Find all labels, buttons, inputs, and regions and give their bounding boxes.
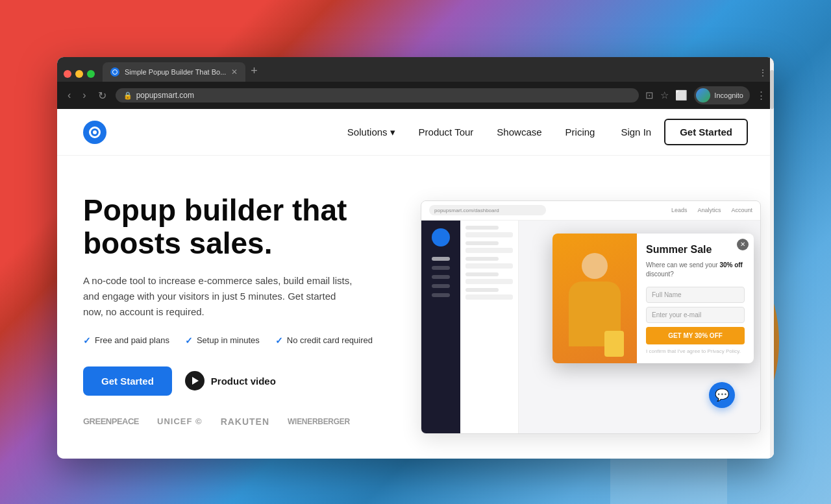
sidebar-item-1 [432,257,450,261]
back-button[interactable]: ‹ [65,88,73,102]
mockup-body: ✕ [421,221,760,433]
tab-close-button[interactable]: ✕ [231,67,238,77]
tab-favicon [110,67,119,77]
popup-body: Summer Sale Where can we send your 30% o… [552,234,754,363]
forward-button[interactable]: › [80,88,88,102]
check-setup: ✓ Setup in minutes [185,335,260,346]
close-traffic-light[interactable] [64,70,71,78]
popup-email-input[interactable]: Enter your e-mail [646,307,745,323]
popup-cta-button[interactable]: GET MY 30% OFF [646,327,745,344]
cast-icon[interactable]: ⊡ [645,90,654,101]
play-icon [185,371,205,390]
profile-button[interactable]: Incognito [694,86,750,104]
mockup-topbar: popupsmart.com/dashboard Leads Analytics… [421,201,760,221]
get-started-nav-button[interactable]: Get Started [664,119,748,145]
toolbar-right: ⊡ ☆ ⬜ Incognito ⋮ [645,86,766,104]
chevron-down-icon: ▾ [390,126,395,138]
minimize-traffic-light[interactable] [75,70,83,78]
popup-content: Summer Sale Where can we send your 30% o… [637,234,754,363]
popup-title: Summer Sale [646,244,745,256]
chat-widget-button[interactable]: 💬 [709,382,735,408]
fullscreen-traffic-light[interactable] [87,70,95,78]
logo-icon [83,121,106,144]
popup-close-button[interactable]: ✕ [737,239,749,250]
unicef-logo: unicef © [157,416,203,426]
mockup-nav: Leads Analytics Account [671,207,752,213]
nav-showcase[interactable]: Showcase [497,126,541,138]
hero-checks: ✓ Free and paid plans ✓ Setup in minutes… [83,335,395,346]
check-free-plans: ✓ Free and paid plans [83,335,169,346]
sidebar-logo [432,228,450,246]
editor-item-2 [465,248,513,253]
check-no-credit: ✓ No credit card required [275,335,373,346]
browser-chrome: Simple Popup Builder That Bo... ✕ + ⋮ ‹ … [57,57,774,109]
hero-image: popupsmart.com/dashboard Leads Analytics… [421,200,748,421]
hero-title: Popup builder that boosts sales. [83,194,395,259]
site-navigation: Solutions ▾ Product Tour Showcase Pricin… [57,109,774,156]
hero-buttons: Get Started Product video [83,366,395,396]
mockup-account: Account [731,207,752,213]
popup-demo: ✕ [552,234,754,363]
url-text: popupsmart.com [136,91,194,100]
hero-section: Popup builder that boosts sales. A no-co… [57,156,774,459]
nav-pricing[interactable]: Pricing [565,126,595,138]
nav-actions: Sign In Get Started [621,119,748,145]
play-triangle [192,377,199,385]
editor-label-3 [465,257,499,261]
browser-tabs: Simple Popup Builder That Bo... ✕ + ⋮ [57,57,774,82]
editor-label-2 [465,241,499,245]
editor-label-5 [465,288,499,292]
sidebar-item-5 [432,293,450,297]
popup-image [552,234,637,363]
extension-icon[interactable]: ⬜ [675,90,688,101]
checkmark-icon-2: ✓ [185,335,193,346]
profile-name: Incognito [714,91,743,99]
new-tab-button[interactable]: + [245,64,263,82]
sidebar-item-2 [432,266,450,270]
editor-item-3 [465,263,513,269]
sign-in-button[interactable]: Sign In [621,126,651,138]
editor-label-4 [465,272,499,276]
browser-menu-button[interactable]: ⋮ [758,67,767,82]
hero-video-button[interactable]: Product video [185,371,276,390]
editor-item-4 [465,279,513,284]
website-content: Solutions ▾ Product Tour Showcase Pricin… [57,109,774,459]
site-logo[interactable] [83,121,106,144]
hero-subtitle: A no-code tool to increase e-commerce sa… [83,273,356,320]
brand-logos: GREENPEACE unicef © Rakuten wienerberger [83,416,395,427]
checkmark-icon-3: ✓ [275,335,283,346]
scrollbar-thumb [770,70,774,109]
popup-fullname-input[interactable]: Full Name [646,287,745,303]
browser-scrollbar[interactable] [770,57,774,459]
editor-item-1 [465,232,513,237]
sidebar-item-3 [432,275,450,279]
address-bar-row: ‹ › ↻ 🔒 popupsmart.com ⊡ ☆ ⬜ Incognito ⋮ [57,82,774,109]
hero-text: Popup builder that boosts sales. A no-co… [83,194,395,426]
profile-avatar [696,88,710,102]
mockup-leads: Leads [671,207,688,213]
tab-title: Simple Popup Builder That Bo... [125,68,226,76]
editor-panel [460,221,519,433]
browser-window: Simple Popup Builder That Bo... ✕ + ⋮ ‹ … [57,57,774,459]
browser-menu-icon[interactable]: ⋮ [756,90,766,101]
mockup-analytics: Analytics [697,207,721,213]
sidebar-item-4 [432,284,450,288]
nav-product-tour[interactable]: Product Tour [419,126,474,138]
active-tab[interactable]: Simple Popup Builder That Bo... ✕ [103,62,245,82]
nav-solutions[interactable]: Solutions ▾ [347,126,395,138]
logo-inner-circle [89,126,101,138]
address-bar[interactable]: 🔒 popupsmart.com [116,88,639,102]
chat-icon: 💬 [715,388,729,402]
popup-legal-text: I confirm that I've agree to Privacy Pol… [646,348,745,354]
wienerberger-logo: wienerberger [288,417,350,426]
mockup-sidebar [421,221,460,433]
editor-label-1 [465,226,499,230]
refresh-button[interactable]: ↻ [95,88,109,103]
rakuten-logo: Rakuten [221,416,269,427]
bookmark-icon[interactable]: ☆ [660,90,669,101]
nav-links: Solutions ▾ Product Tour Showcase Pricin… [347,126,595,138]
logo-dot [93,130,97,134]
hero-get-started-button[interactable]: Get Started [83,366,172,396]
popup-description: Where can we send your 30% off discount? [646,261,745,279]
greenpeace-logo: GREENPEACE [83,416,139,426]
